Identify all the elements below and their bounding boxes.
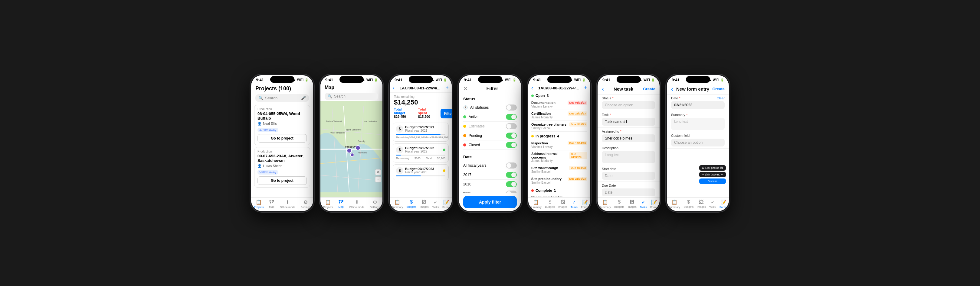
nav-newtask-budgets[interactable]: $ Budgets xyxy=(614,199,624,209)
budget-dot-3 xyxy=(443,169,445,172)
nav-newform-images[interactable]: 🖼 Images xyxy=(697,199,706,209)
form-task-input[interactable]: Task name #1 xyxy=(602,118,655,126)
projects-search[interactable]: 🔍 Search 🎤 xyxy=(255,94,309,102)
form-desc-input[interactable]: Long text xyxy=(602,151,655,163)
tasks-plus-icon[interactable]: + xyxy=(584,85,587,91)
task-boundary[interactable]: Site prep boundary Due 21/05/23 Smithy B… xyxy=(531,175,587,186)
estimates-label: Estimates xyxy=(469,124,485,128)
filter-close-icon[interactable]: ✕ xyxy=(463,85,468,92)
toggle-2017[interactable] xyxy=(506,172,517,178)
svg-text:West Vancouver: West Vancouver xyxy=(330,131,345,133)
clear-button[interactable]: Clear xyxy=(717,96,725,100)
newform-images-label: Images xyxy=(697,205,706,209)
task-renew[interactable]: Renew membership Vladimir Lensky xyxy=(531,194,587,197)
all-years-label: All fiscal years xyxy=(463,163,487,167)
toggle-pending[interactable] xyxy=(506,133,517,139)
filter-2017-row[interactable]: 2017 xyxy=(463,170,517,180)
newform-create-button[interactable]: Create xyxy=(713,87,725,91)
task-organize[interactable]: Organize tree planters Due 4/03/23 Smith… xyxy=(531,121,587,132)
nav-newtask-tasks[interactable]: ✓ Tasks xyxy=(640,199,647,209)
task-documentation[interactable]: Documentation Due 01/02/23 Vladimir Lens… xyxy=(531,99,587,110)
filter-all-years-row[interactable]: All fiscal years xyxy=(463,161,517,170)
nav-newtask-images[interactable]: 🖼 Images xyxy=(627,199,636,209)
toggle-all-statuses[interactable] xyxy=(506,104,517,111)
nav-projects[interactable]: 📋 Projects xyxy=(254,199,264,209)
filter-closed-row[interactable]: Closed xyxy=(463,141,517,150)
form-startdate-input[interactable]: Date xyxy=(602,172,655,180)
newform-custom-input[interactable]: Choose an option xyxy=(671,139,725,147)
task-inspection[interactable]: Inspection Due 12/04/23 Vladimir Lensky xyxy=(531,139,587,150)
nav-map-offline[interactable]: ⬇ Offline mode xyxy=(349,199,364,209)
filter-button[interactable]: Filter xyxy=(441,109,452,119)
map-header: Map xyxy=(320,84,382,92)
toggle-2016[interactable] xyxy=(506,181,517,187)
toggle-2015[interactable] xyxy=(506,191,517,193)
pending-label: Pending xyxy=(469,133,482,138)
newform-date-input[interactable]: 03/21/2023 xyxy=(671,101,725,109)
nav-map-map[interactable]: 🗺 Map xyxy=(338,199,344,209)
nav-tasks-forms[interactable]: 📝 Forms xyxy=(581,199,589,209)
filter-active-row[interactable]: Active xyxy=(463,112,517,122)
toggle-closed[interactable] xyxy=(506,142,517,148)
nav-offline[interactable]: ⬇ Offline mode xyxy=(280,199,295,209)
map-search-text: Search xyxy=(334,94,345,98)
go-to-project-btn-1[interactable]: Go to project xyxy=(258,134,307,142)
filter-2015-row[interactable]: 2015 xyxy=(463,189,517,193)
nav-newtask-summary[interactable]: 📋 Summary xyxy=(600,199,611,209)
nav-tasks-images[interactable]: 🖼 Images xyxy=(558,199,567,209)
filter-estimates-row[interactable]: Estimates xyxy=(463,122,517,131)
filter-status-section: Status 🕐 All statuses Active xyxy=(459,94,521,152)
total-val-2: $8,200 xyxy=(437,157,445,160)
newtask-back-icon[interactable]: ‹ xyxy=(602,85,604,92)
nav-map-settings[interactable]: ⚙ Settings xyxy=(370,199,380,209)
dismiss-button[interactable]: Dismiss xyxy=(699,179,726,184)
form-status-input[interactable]: Choose an option xyxy=(602,101,655,109)
task-addr-assignee: James Moriarity xyxy=(531,159,587,163)
nav-tasks-summary[interactable]: 📋 Summary xyxy=(530,199,542,209)
filter-all-statuses-row[interactable]: 🕐 All statuses xyxy=(463,103,517,112)
photos-icon: 🖼 xyxy=(702,166,704,169)
nav-budgets-images[interactable]: 🖼 Images xyxy=(420,199,429,209)
svg-point-16 xyxy=(355,145,360,150)
link-photos-button[interactable]: 🖼 Link photos 🖼 xyxy=(699,165,726,171)
go-to-project-btn-2[interactable]: Go to project xyxy=(258,176,307,185)
form-desc-label: Description xyxy=(602,146,655,150)
task-address[interactable]: Address internal concerns Due 23/02/23 J… xyxy=(531,150,587,164)
task-org-assignee: Smithy Baccol xyxy=(531,126,587,130)
nav-newtask-forms[interactable]: 📝 Forms xyxy=(650,199,658,209)
filter-pending-row[interactable]: Pending xyxy=(463,131,517,141)
nav-newform-summary[interactable]: 📋 Summary xyxy=(669,199,681,209)
nav-newform-tasks[interactable]: ✓ Tasks xyxy=(709,199,716,209)
link-drawing-button[interactable]: ✏ Link drawing ✏ xyxy=(699,172,726,177)
nav-newform-budgets[interactable]: $ Budgets xyxy=(684,199,694,209)
nav-tasks-tasks[interactable]: ✓ Tasks xyxy=(571,199,578,209)
newtask-create-button[interactable]: Create xyxy=(643,87,655,91)
nav-tasks-budgets[interactable]: $ Budgets xyxy=(545,199,555,209)
toggle-all-years[interactable] xyxy=(506,163,517,169)
newform-back-icon[interactable]: ‹ xyxy=(671,85,673,92)
map-view[interactable]: Vancouver Burnaby Richmond West Vancouve… xyxy=(320,101,382,197)
form-assigned-input[interactable]: Sherlock Holmes xyxy=(602,134,655,142)
form-assigned: Assigned to * Sherlock Holmes xyxy=(598,128,660,144)
nav-newform-forms[interactable]: 📝 Forms xyxy=(719,199,727,209)
nav-map-projects[interactable]: 📋 Projects xyxy=(323,199,333,209)
filter-2016-row[interactable]: 2016 xyxy=(463,180,517,189)
task-bound-name: Site prep boundary xyxy=(531,177,562,180)
nav-budgets-summary[interactable]: 📋 Summary xyxy=(391,199,403,209)
nav-budgets-budgets[interactable]: $ Budgets xyxy=(406,199,416,209)
closed-dot xyxy=(463,144,466,147)
nav-settings[interactable]: ⚙ Settings xyxy=(301,199,311,209)
newform-summary-input[interactable]: Long text xyxy=(671,118,725,130)
toggle-active[interactable] xyxy=(506,114,517,120)
apply-filter-button[interactable]: Apply filter xyxy=(463,196,517,208)
map-search[interactable]: 🔍 Search xyxy=(325,93,378,100)
budgets-plus-icon[interactable]: + xyxy=(445,85,449,91)
nav-map[interactable]: 🗺 Map xyxy=(269,199,274,209)
task-walkthrough[interactable]: Site walkthrough Due 4/03/23 Smithy Bacc… xyxy=(531,164,587,175)
nav-budgets-forms[interactable]: 📝 Forms xyxy=(442,199,450,209)
toggle-estimates[interactable] xyxy=(506,123,517,129)
settings-nav-icon: ⚙ xyxy=(304,199,308,205)
task-certification[interactable]: Certification Due 23/02/23 James Moriari… xyxy=(531,110,587,121)
nav-budgets-tasks[interactable]: ✓ Tasks xyxy=(432,199,439,209)
form-duedate-input[interactable]: Date xyxy=(602,188,655,196)
